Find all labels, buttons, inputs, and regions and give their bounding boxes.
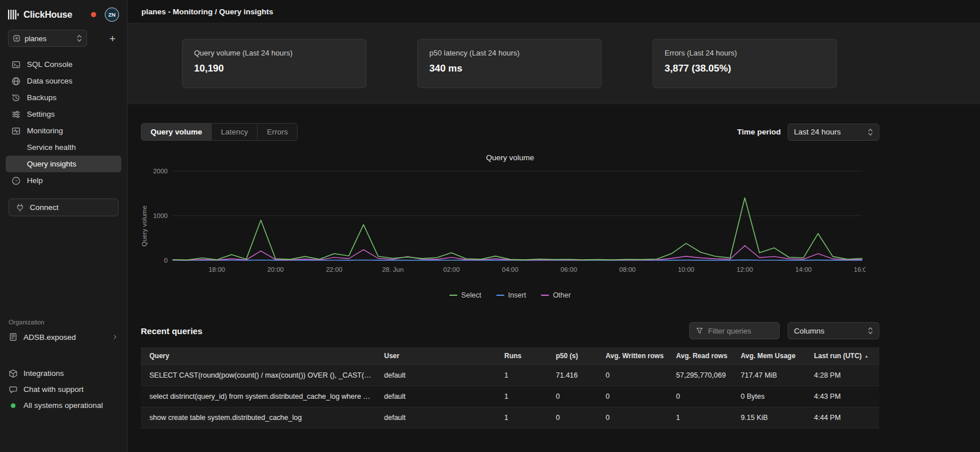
table-row[interactable]: select distrinct(query_id) from system.d…: [141, 386, 879, 407]
system-status[interactable]: All systems operational: [9, 400, 118, 411]
add-service-button[interactable]: +: [106, 32, 119, 45]
cell-last-run: 4:43 PM: [808, 392, 879, 401]
tab-errors[interactable]: Errors: [258, 124, 297, 140]
cell-query: show create table system.distributed_cac…: [141, 414, 378, 422]
svg-text:06:00: 06:00: [560, 266, 577, 273]
sidebar-item-label: Monitoring: [27, 126, 63, 135]
cell-user: default: [378, 392, 499, 401]
svg-text:14:00: 14:00: [795, 266, 812, 273]
cell-avg-written-rows: 0: [600, 392, 670, 401]
svg-text:10:00: 10:00: [678, 266, 694, 273]
svg-text:22:00: 22:00: [326, 266, 342, 273]
table-row[interactable]: show create table system.distributed_cac…: [141, 407, 879, 429]
filter-queries-input[interactable]: [708, 327, 773, 335]
svg-text:1000: 1000: [153, 212, 168, 219]
chevron-updown-icon: [868, 327, 873, 335]
column-header-runs[interactable]: Runs: [499, 352, 550, 360]
svg-text:12:00: 12:00: [737, 266, 753, 273]
sidebar-item-settings[interactable]: Settings: [6, 106, 121, 122]
cell-avg-read-rows: 57,295,770,069: [670, 371, 735, 379]
column-header-last-run[interactable]: Last run (UTC)▲: [808, 352, 879, 360]
stat-label: p50 latency (Last 24 hours): [429, 49, 590, 57]
footer-item-label: Chat with support: [23, 385, 84, 394]
legend-item-select[interactable]: Select: [449, 291, 481, 299]
organization-label: Organization: [9, 319, 118, 326]
organization-icon: [9, 332, 18, 342]
sidebar: ClickHouse ZN planes + SQL Console Dat: [0, 0, 128, 452]
tab-query-volume[interactable]: Query volume: [141, 124, 212, 140]
svg-text:04:00: 04:00: [502, 266, 519, 273]
cell-runs: 1: [499, 414, 550, 422]
column-header-query[interactable]: Query: [141, 352, 378, 360]
recent-queries-title: Recent queries: [141, 326, 203, 336]
topbar: planes - Monitoring / Query insights: [128, 0, 980, 23]
chart-legend: Select Insert Other: [141, 291, 879, 299]
stat-card-p50-latency: p50 latency (Last 24 hours) 340 ms: [417, 39, 602, 88]
column-header-user[interactable]: User: [378, 352, 499, 360]
cell-user: default: [378, 414, 499, 422]
connect-button[interactable]: Connect: [9, 199, 118, 216]
history-icon: [11, 93, 21, 102]
cell-runs: 1: [499, 392, 550, 401]
time-period-control: Time period Last 24 hours: [737, 124, 879, 141]
table-row[interactable]: SELECT CAST(round(pow(count() / max(coun…: [141, 365, 879, 386]
svg-text:20:00: 20:00: [267, 266, 284, 273]
time-period-dropdown[interactable]: Last 24 hours: [788, 124, 879, 141]
sidebar-item-label: Service health: [27, 143, 76, 152]
plug-icon: [15, 203, 25, 212]
stat-card-errors: Errors (Last 24 hours) 3,877 (38.05%): [653, 39, 837, 88]
sidebar-item-data-sources[interactable]: Data sources: [6, 73, 121, 89]
globe-icon: [11, 77, 21, 86]
columns-dropdown[interactable]: Columns: [788, 322, 879, 339]
stat-card-query-volume: Query volume (Last 24 hours) 10,190: [182, 39, 366, 88]
svg-text:?: ?: [15, 178, 18, 183]
service-selector-value: planes: [25, 34, 46, 43]
svg-text:18:00: 18:00: [208, 266, 225, 273]
sidebar-item-backups[interactable]: Backups: [6, 89, 121, 106]
legend-swatch-other: [541, 295, 549, 296]
green-status-dot: [11, 403, 15, 408]
legend-label: Insert: [508, 291, 526, 299]
sidebar-item-service-health[interactable]: Service health: [6, 139, 121, 156]
svg-text:16:00: 16:00: [854, 266, 866, 273]
tab-latency[interactable]: Latency: [212, 124, 258, 140]
cell-user: default: [378, 371, 499, 379]
sidebar-item-chat-support[interactable]: Chat with support: [9, 384, 118, 395]
column-header-avg-written-rows[interactable]: Avg. Written rows: [600, 352, 670, 360]
sidebar-footer: Integrations Chat with support All syste…: [0, 368, 127, 452]
recent-queries-table: Query User Runs p50 (s) Avg. Written row…: [141, 347, 879, 429]
column-header-avg-mem-usage[interactable]: Avg. Mem Usage: [735, 352, 808, 360]
legend-item-insert[interactable]: Insert: [496, 291, 526, 299]
sidebar-item-monitoring[interactable]: Monitoring: [6, 122, 121, 139]
stat-value: 10,190: [194, 63, 354, 74]
column-header-avg-read-rows[interactable]: Avg. Read rows: [670, 352, 735, 360]
connect-button-label: Connect: [30, 203, 58, 212]
chevron-updown-icon: [77, 34, 82, 42]
chevron-updown-icon: [868, 128, 873, 136]
terminal-icon: [11, 60, 21, 69]
avatar[interactable]: ZN: [105, 7, 119, 22]
legend-item-other[interactable]: Other: [541, 291, 571, 299]
sidebar-item-label: Query insights: [27, 160, 76, 168]
cell-avg-mem-usage: 0 Bytes: [735, 392, 808, 401]
svg-text:2000: 2000: [153, 168, 168, 175]
stat-label: Errors (Last 24 hours): [665, 49, 825, 57]
column-header-p50[interactable]: p50 (s): [550, 352, 600, 360]
cell-query: select distrinct(query_id) from system.d…: [141, 392, 378, 401]
sidebar-item-query-insights[interactable]: Query insights: [6, 156, 121, 172]
sidebar-item-help[interactable]: ? Help: [6, 172, 121, 189]
cell-avg-written-rows: 0: [600, 371, 670, 379]
column-header-last-run-label: Last run (UTC): [814, 352, 862, 360]
organization-switcher[interactable]: ADSB.exposed: [9, 332, 118, 342]
sidebar-item-label: Data sources: [27, 77, 73, 85]
stat-value: 340 ms: [429, 63, 590, 74]
svg-text:08:00: 08:00: [619, 266, 636, 273]
sidebar-item-label: Backups: [27, 93, 57, 102]
sidebar-item-sql-console[interactable]: SQL Console: [6, 56, 121, 73]
filter-queries-box: [689, 322, 780, 339]
recent-queries-header: Recent queries Columns: [141, 322, 879, 339]
service-selector[interactable]: planes: [8, 30, 87, 47]
sliders-icon: [11, 110, 21, 119]
sidebar-item-integrations[interactable]: Integrations: [9, 368, 118, 379]
sort-asc-icon: ▲: [864, 354, 868, 358]
